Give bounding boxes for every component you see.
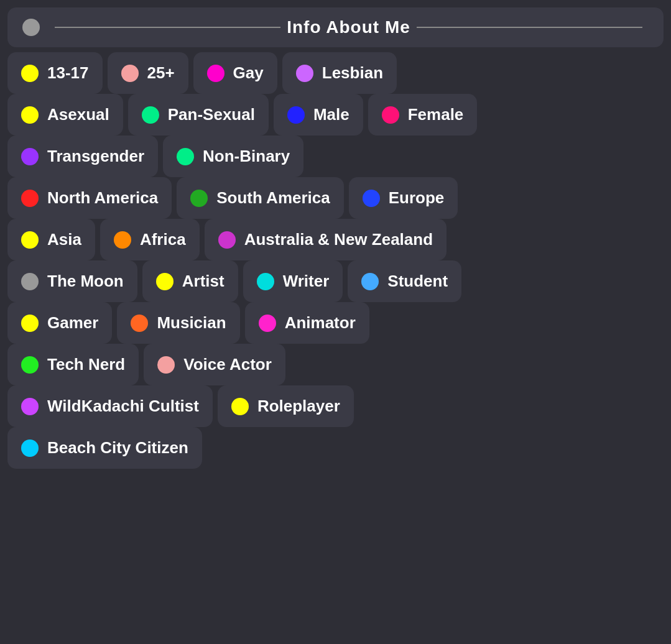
header-title: Info About Me xyxy=(49,17,649,37)
tag-item[interactable]: Lesbian xyxy=(282,52,397,94)
tag-label: Roleplayer xyxy=(257,397,340,416)
tag-item[interactable]: Gamer xyxy=(7,302,112,344)
tag-label: Voice Actor xyxy=(183,355,272,374)
tag-label: Musician xyxy=(157,313,226,333)
tag-item[interactable]: Writer xyxy=(243,260,343,302)
tag-label: Tech Nerd xyxy=(47,355,125,374)
tag-dot xyxy=(361,273,379,290)
tag-label: WildKadachi Cultist xyxy=(47,397,199,416)
tag-row-0: 13-1725+GayLesbian xyxy=(7,52,664,94)
tag-item[interactable]: Asexual xyxy=(7,94,123,136)
tag-item[interactable]: Student xyxy=(348,260,461,302)
tag-dot xyxy=(21,398,39,415)
tag-dot xyxy=(21,106,39,124)
tag-label: Pan-Sexual xyxy=(168,105,255,124)
tag-item[interactable]: 25+ xyxy=(108,52,188,94)
tag-item[interactable]: Non-Binary xyxy=(163,136,303,177)
rows-container: 13-1725+GayLesbianAsexualPan-SexualMaleF… xyxy=(7,52,664,469)
tag-item[interactable]: Roleplayer xyxy=(218,385,354,427)
tag-dot xyxy=(21,190,39,207)
tag-label: Europe xyxy=(389,188,445,208)
tag-dot xyxy=(177,148,194,165)
tag-item[interactable]: Musician xyxy=(117,302,239,344)
tag-label: North America xyxy=(47,188,158,208)
tag-dot xyxy=(21,148,39,165)
tag-item[interactable]: Beach City Citizen xyxy=(7,427,202,469)
tag-row-2: TransgenderNon-Binary xyxy=(7,136,664,177)
tag-label: Gamer xyxy=(47,313,98,333)
tag-item[interactable]: Tech Nerd xyxy=(7,344,139,385)
tag-dot xyxy=(114,231,131,249)
tag-item[interactable]: The Moon xyxy=(7,260,137,302)
tag-item[interactable]: Transgender xyxy=(7,136,158,177)
tag-label: 13-17 xyxy=(47,63,89,83)
header-line-left xyxy=(55,27,280,28)
tag-row-3: North AmericaSouth AmericaEurope xyxy=(7,177,664,219)
tag-dot xyxy=(287,106,305,124)
header-dot xyxy=(22,19,40,36)
tag-item[interactable]: South America xyxy=(177,177,344,219)
tag-item[interactable]: Gay xyxy=(193,52,277,94)
tag-dot xyxy=(157,356,175,374)
tag-row-6: GamerMusicianAnimator xyxy=(7,302,664,344)
tag-label: Lesbian xyxy=(322,63,383,83)
tag-row-8: WildKadachi CultistRoleplayer xyxy=(7,385,664,427)
tag-item[interactable]: 13-17 xyxy=(7,52,103,94)
header-line-right xyxy=(417,27,642,28)
tag-dot xyxy=(296,65,313,82)
tag-dot xyxy=(142,106,159,124)
tag-label: Gay xyxy=(233,63,264,83)
tag-item[interactable]: WildKadachi Cultist xyxy=(7,385,213,427)
tag-label: The Moon xyxy=(47,272,124,291)
tag-label: Male xyxy=(313,105,349,124)
tag-dot xyxy=(21,439,39,457)
tag-label: Asia xyxy=(47,230,81,249)
tag-label: Transgender xyxy=(47,147,144,166)
tag-dot xyxy=(21,356,39,374)
tag-dot xyxy=(382,106,399,124)
tag-dot xyxy=(21,231,39,249)
tag-item[interactable]: Europe xyxy=(349,177,458,219)
tag-label: Writer xyxy=(283,272,330,291)
tag-dot xyxy=(121,65,139,82)
tag-label: Animator xyxy=(285,313,356,333)
tag-item[interactable]: Male xyxy=(274,94,363,136)
tag-dot xyxy=(218,231,236,249)
header-title-text: Info About Me xyxy=(287,17,410,37)
tag-dot xyxy=(21,315,39,332)
main-container: Info About Me 13-1725+GayLesbianAsexualP… xyxy=(7,7,664,469)
tag-item[interactable]: Voice Actor xyxy=(144,344,285,385)
tag-label: Beach City Citizen xyxy=(47,438,188,458)
tag-item[interactable]: Asia xyxy=(7,219,95,260)
header-row: Info About Me xyxy=(7,7,664,47)
tag-label: Artist xyxy=(182,272,224,291)
tag-label: Female xyxy=(408,105,464,124)
tag-label: Non-Binary xyxy=(203,147,290,166)
tag-label: Asexual xyxy=(47,105,109,124)
tag-dot xyxy=(156,273,174,290)
tag-row-9: Beach City Citizen xyxy=(7,427,664,469)
tag-label: Student xyxy=(387,272,448,291)
tag-label: 25+ xyxy=(147,63,175,83)
tag-row-1: AsexualPan-SexualMaleFemale xyxy=(7,94,664,136)
tag-item[interactable]: North America xyxy=(7,177,172,219)
tag-label: Australia & New Zealand xyxy=(244,230,433,249)
tag-dot xyxy=(131,315,148,332)
tag-dot xyxy=(259,315,276,332)
tag-item[interactable]: Africa xyxy=(100,219,200,260)
tag-label: South America xyxy=(216,188,330,208)
tag-item[interactable]: Australia & New Zealand xyxy=(205,219,447,260)
tag-dot xyxy=(21,273,39,290)
tag-dot xyxy=(207,65,224,82)
tag-item[interactable]: Animator xyxy=(245,302,369,344)
tag-dot xyxy=(257,273,274,290)
tag-dot xyxy=(190,190,208,207)
tag-dot xyxy=(231,398,249,415)
tag-item[interactable]: Artist xyxy=(142,260,238,302)
tag-item[interactable]: Pan-Sexual xyxy=(128,94,269,136)
tag-dot xyxy=(21,65,39,82)
tag-row-4: AsiaAfricaAustralia & New Zealand xyxy=(7,219,664,260)
tag-row-5: The MoonArtistWriterStudent xyxy=(7,260,664,302)
tag-label: Africa xyxy=(140,230,186,249)
tag-item[interactable]: Female xyxy=(368,94,478,136)
